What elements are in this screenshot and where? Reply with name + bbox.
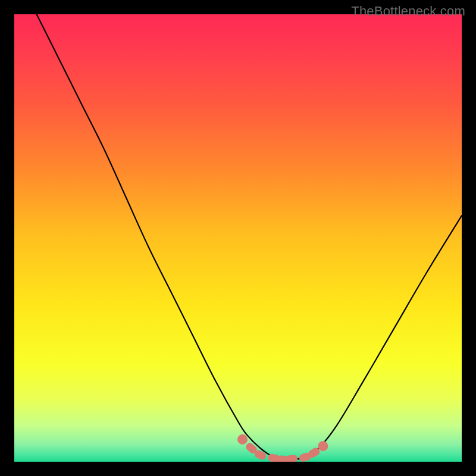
chart-canvas	[14, 14, 462, 462]
chart-svg	[14, 14, 462, 462]
range-endpoint-dot	[318, 441, 328, 451]
range-endpoint-dot	[237, 434, 248, 444]
gradient-background	[14, 14, 462, 462]
watermark-text: TheBottleneck.com	[351, 4, 465, 19]
